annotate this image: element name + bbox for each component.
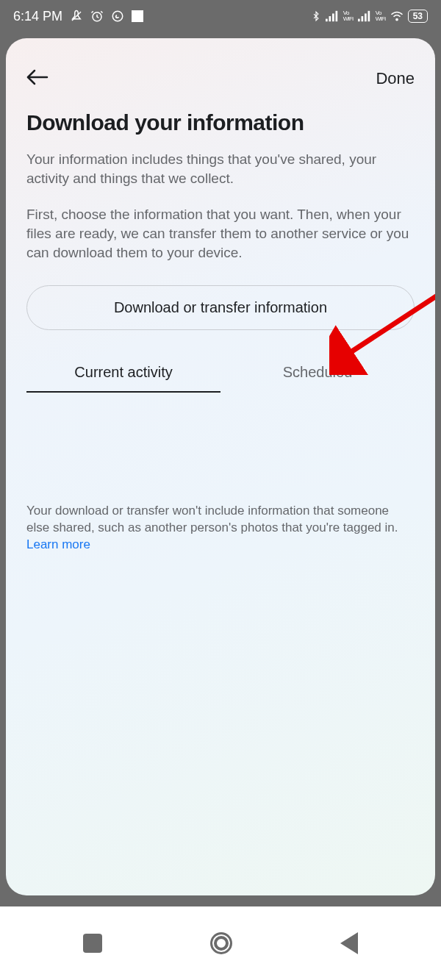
svg-rect-6 (335, 11, 337, 21)
intro-paragraph-2: First, choose the information that you w… (26, 205, 415, 262)
vowifi-label: VoWiFi (376, 10, 386, 22)
tab-bar: Current activity Scheduled (26, 355, 415, 393)
svg-rect-4 (329, 16, 331, 21)
svg-rect-5 (332, 13, 334, 21)
learn-more-link[interactable]: Learn more (26, 537, 90, 551)
signal-bars-icon (326, 10, 339, 22)
whatsapp-icon (111, 10, 124, 23)
nav-home-icon[interactable] (210, 932, 232, 954)
alarm-icon (90, 10, 104, 23)
mute-icon (70, 10, 83, 23)
svg-rect-10 (368, 11, 370, 21)
status-left: 6:14 PM (13, 9, 143, 24)
svg-point-2 (112, 11, 123, 21)
disclaimer-text: Your download or transfer won't include … (26, 503, 415, 554)
notification-placeholder-icon (132, 10, 143, 22)
android-status-bar: 6:14 PM VoWiFi VoWiFi 53 (0, 0, 441, 32)
header-row: Done (26, 68, 415, 90)
svg-rect-8 (361, 16, 363, 21)
page-title: Download your information (26, 110, 415, 135)
status-right: VoWiFi VoWiFi 53 (311, 10, 428, 23)
battery-indicator: 53 (408, 10, 428, 23)
nav-back-icon[interactable] (340, 932, 358, 954)
clock-time: 6:14 PM (13, 9, 62, 24)
back-arrow-icon[interactable] (26, 68, 49, 90)
signal-bars-icon (358, 10, 371, 22)
wifi-icon (390, 11, 404, 21)
tab-scheduled[interactable]: Scheduled (220, 355, 415, 393)
tab-current-activity[interactable]: Current activity (26, 355, 220, 393)
vowifi-label: VoWiFi (343, 10, 354, 22)
disclaimer-body: Your download or transfer won't include … (26, 504, 398, 534)
nav-recent-icon[interactable] (83, 934, 102, 953)
bluetooth-icon (311, 10, 321, 23)
svg-rect-3 (326, 19, 328, 22)
download-transfer-button[interactable]: Download or transfer information (26, 285, 415, 330)
svg-point-11 (396, 18, 398, 20)
intro-paragraph-1: Your information includes things that yo… (26, 150, 415, 187)
android-nav-bar (0, 906, 441, 980)
svg-rect-9 (365, 13, 367, 21)
svg-rect-7 (358, 19, 360, 22)
app-content-card: Done Download your information Your info… (6, 38, 435, 895)
done-button[interactable]: Done (376, 69, 415, 88)
